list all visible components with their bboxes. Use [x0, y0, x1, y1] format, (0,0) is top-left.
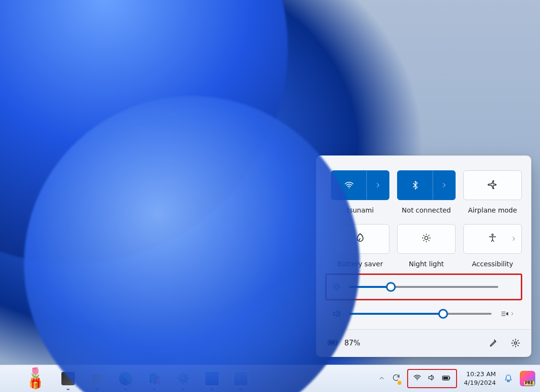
tile-night-light: Night light: [397, 224, 456, 274]
folder-icon: 📁: [91, 373, 104, 384]
brightness-icon: [332, 282, 341, 292]
svg-rect-5: [329, 341, 335, 344]
tray-time: 10:23 AM: [464, 370, 496, 379]
airplane-icon: [487, 179, 498, 191]
open-settings-button[interactable]: [511, 338, 520, 348]
accessibility-icon: [488, 233, 497, 245]
battery-saver-icon: [354, 232, 366, 246]
sync-status-dot: [398, 381, 401, 385]
edge-icon: [119, 372, 132, 385]
tray-volume-icon: [427, 373, 436, 384]
svg-rect-10: [444, 377, 448, 379]
taskbar-apps: 🌷🎁 📁 🛍️ ⚙️: [29, 369, 251, 388]
tray-notifications-button[interactable]: [504, 374, 513, 383]
battery-status[interactable]: 87%: [327, 336, 360, 350]
tray-wifi-icon: [413, 373, 422, 384]
tray-sync-icon[interactable]: [392, 373, 400, 384]
desktop-wallpaper: tsunami Not connected: [0, 0, 540, 392]
wifi-toggle-button[interactable]: [331, 170, 389, 200]
tile-bluetooth: Not connected: [397, 170, 456, 221]
bluetooth-toggle-button[interactable]: [397, 170, 456, 200]
quick-settings-panel: tsunami Not connected: [316, 155, 531, 357]
widgets-icon: 🌷🎁: [29, 368, 50, 389]
svg-rect-11: [449, 377, 450, 379]
tile-wifi: tsunami: [331, 170, 389, 221]
wifi-label: tsunami: [347, 207, 374, 214]
wifi-expand-button[interactable]: [366, 171, 389, 200]
battery-saver-label: Battery saver: [338, 261, 383, 268]
volume-slider-thumb[interactable]: [438, 309, 448, 319]
tray-date: 4/19/2024: [464, 379, 496, 387]
battery-saver-toggle-button[interactable]: [331, 224, 389, 254]
volume-slider-fill: [349, 313, 443, 315]
brightness-slider[interactable]: [349, 286, 498, 288]
svg-point-1: [425, 236, 428, 239]
svg-point-0: [348, 188, 349, 189]
volume-slider-row: [326, 307, 521, 321]
volume-slider[interactable]: [349, 313, 492, 315]
store-icon: 🛍️: [148, 373, 161, 384]
bluetooth-label: Not connected: [402, 207, 451, 214]
battery-icon: [327, 336, 339, 350]
tile-accessibility: Accessibility: [463, 224, 522, 274]
svg-point-2: [492, 234, 493, 235]
quick-settings-sliders: [317, 278, 531, 329]
accessibility-toggle-button[interactable]: [463, 224, 522, 254]
tile-airplane: Airplane mode: [463, 170, 522, 221]
tray-copilot-button[interactable]: PRE: [520, 371, 535, 386]
taskbar-app-widgets[interactable]: 🌷🎁: [29, 369, 50, 388]
system-icon: [233, 370, 249, 387]
svg-point-3: [335, 285, 339, 289]
svg-rect-6: [337, 342, 338, 344]
wifi-icon: [331, 171, 366, 200]
airplane-toggle-button[interactable]: [463, 170, 522, 200]
taskbar-app-edge[interactable]: [115, 369, 136, 388]
svg-point-7: [515, 342, 517, 344]
taskbar-app-store[interactable]: 🛍️: [144, 369, 165, 388]
volume-output-button[interactable]: [499, 309, 516, 318]
battery-percent-text: 87%: [344, 339, 360, 347]
gear-icon: ⚙️: [177, 373, 190, 384]
taskview-icon: [61, 372, 75, 385]
svg-rect-4: [328, 340, 337, 345]
copilot-badge-text: PRE: [524, 381, 535, 385]
bluetooth-icon: [398, 171, 433, 200]
volume-icon: [332, 309, 341, 319]
taskbar-app-control-panel[interactable]: [201, 369, 223, 388]
taskbar-app-taskview[interactable]: [58, 369, 79, 388]
night-light-label: Night light: [409, 261, 444, 268]
airplane-label: Airplane mode: [468, 207, 517, 214]
taskbar: 🌷🎁 📁 🛍️ ⚙️: [0, 365, 540, 392]
tile-battery-saver: Battery saver: [331, 224, 389, 274]
svg-point-8: [417, 380, 418, 380]
taskbar-app-explorer[interactable]: 📁: [86, 369, 107, 388]
brightness-slider-thumb[interactable]: [386, 282, 396, 292]
taskbar-app-system[interactable]: [230, 369, 251, 388]
quick-settings-grid: tsunami Not connected: [317, 156, 531, 278]
accessibility-label: Accessibility: [472, 261, 513, 268]
tray-overflow-button[interactable]: [378, 374, 385, 383]
night-light-icon: [422, 233, 431, 245]
night-light-toggle-button[interactable]: [397, 224, 456, 254]
bluetooth-expand-button[interactable]: [433, 171, 455, 200]
control-panel-icon: [204, 370, 220, 387]
brightness-slider-row: [326, 280, 521, 294]
brightness-slider-fill: [349, 286, 391, 288]
taskbar-app-settings[interactable]: ⚙️: [173, 369, 194, 388]
quick-settings-footer: 87%: [317, 329, 531, 356]
tray-clock[interactable]: 10:23 AM 4/19/2024: [464, 370, 497, 387]
tray-battery-icon: [442, 373, 451, 384]
edit-quick-settings-button[interactable]: [489, 338, 498, 348]
tray-system-icons[interactable]: [407, 369, 457, 388]
accessibility-expand-button[interactable]: [511, 234, 517, 243]
taskbar-tray: 10:23 AM 4/19/2024 PRE: [378, 369, 535, 388]
